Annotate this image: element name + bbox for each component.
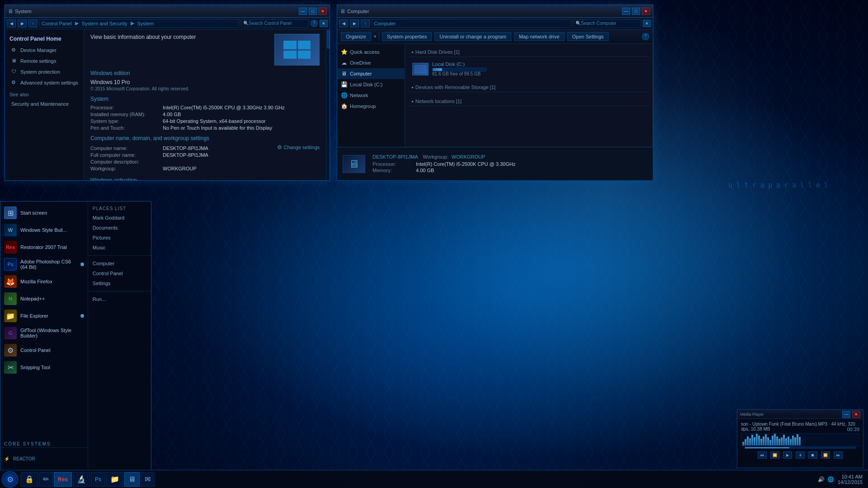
uninstall-program-button[interactable]: Uninstall or change a program: [434, 32, 511, 41]
minimize-button[interactable]: —: [299, 8, 307, 15]
comp-close-button[interactable]: ✕: [642, 8, 650, 15]
clock-date: 14/12/2015: [838, 479, 863, 485]
breadcrumb-control-panel[interactable]: Control Panel: [42, 21, 72, 26]
media-player-title: Media Player: [740, 412, 764, 417]
start-app-file-explorer[interactable]: 📁 File Explorer: [0, 307, 88, 324]
sidebar-item-advanced-settings[interactable]: ⚙ Advanced system settings: [5, 77, 84, 88]
media-bar: [788, 436, 789, 446]
network-memory-label: Memory:: [373, 168, 409, 173]
media-stop-button[interactable]: ⏹: [808, 451, 817, 459]
taskbar-item-pen[interactable]: ✏: [39, 472, 53, 487]
memory-label: Installed memory (RAM):: [90, 112, 163, 117]
local-disk-name[interactable]: Local Disk (C:): [432, 61, 646, 67]
start-app-firefox[interactable]: 🦊 Mozilla Firefox: [0, 273, 88, 290]
media-next-button[interactable]: ⏭: [834, 451, 843, 459]
computer-address-bar[interactable]: Computer: [372, 19, 571, 28]
volume-icon[interactable]: 🔊: [818, 476, 825, 483]
start-menu: ⊞ Start screen W Windows Style Buil... R…: [0, 201, 151, 470]
sidebar-item-remote-settings[interactable]: 🖥 Remote settings: [5, 56, 84, 66]
start-app-giftool[interactable]: G GifTool (Windows Style Builder): [0, 324, 88, 342]
start-app-photoshop[interactable]: Ps Adobe Photoshop CS6 (64 Bit): [0, 256, 88, 273]
system-properties-button[interactable]: System properties: [382, 32, 432, 41]
place-run[interactable]: Run...: [88, 294, 151, 304]
media-close-btn[interactable]: ✕: [852, 411, 860, 418]
comp-help-button[interactable]: ?: [642, 33, 649, 40]
sidebar-local-disk[interactable]: 💾 Local Disk (C:): [337, 79, 405, 90]
place-computer[interactable]: Computer: [88, 258, 151, 268]
place-music[interactable]: Music: [88, 243, 151, 253]
comp-forward-button[interactable]: ▶: [350, 19, 359, 28]
search-control-panel[interactable]: 🔍 Search Control Panel: [241, 19, 309, 28]
breadcrumb-computer[interactable]: Computer: [374, 21, 396, 26]
maximize-button[interactable]: □: [309, 8, 317, 15]
comp-nav-close[interactable]: ✕: [643, 20, 651, 27]
place-control-panel[interactable]: Control Panel: [88, 268, 151, 278]
taskbar-clock[interactable]: 10:41 AM 14/12/2015: [838, 474, 863, 485]
change-settings-link[interactable]: Change settings: [277, 144, 320, 150]
place-settings[interactable]: Settings: [88, 278, 151, 288]
up-button[interactable]: ↑: [28, 19, 38, 28]
search-computer[interactable]: 🔍 Search Computer: [573, 19, 641, 28]
media-bar: [745, 439, 746, 446]
media-rewind-button[interactable]: ⏪: [770, 451, 779, 459]
system-nav-close[interactable]: ✕: [320, 20, 328, 27]
start-app-windows-style[interactable]: W Windows Style Buil...: [0, 221, 88, 239]
media-play-button[interactable]: ▶: [783, 451, 792, 459]
sidebar-quick-access[interactable]: ⭐ Quick access: [337, 47, 405, 57]
breadcrumb-system-security[interactable]: System and Security: [82, 21, 127, 26]
comp-minimize-button[interactable]: —: [622, 8, 630, 15]
comp-maximize-button[interactable]: □: [632, 8, 640, 15]
comp-up-button[interactable]: ↑: [361, 19, 370, 28]
taskbar-item-microscope[interactable]: 🔬: [73, 472, 90, 487]
taskbar-item-photoshop[interactable]: Ps: [91, 472, 105, 487]
media-bar: [754, 437, 755, 446]
sidebar-homegroup[interactable]: 🏠 Homegroup: [337, 101, 405, 112]
start-app-snipping-tool[interactable]: ✂ Snipping Tool: [0, 359, 88, 376]
open-settings-button[interactable]: Open Settings: [567, 32, 609, 41]
close-button[interactable]: ✕: [319, 8, 327, 15]
start-app-notepad[interactable]: N Notepad++: [0, 290, 88, 307]
taskbar-item-restorator[interactable]: Res: [54, 472, 72, 487]
start-app-restorator[interactable]: Res Restorator 2007 Trial: [0, 239, 88, 256]
back-button[interactable]: ◀: [7, 19, 16, 28]
sidebar-onedrive[interactable]: ☁ OneDrive: [337, 57, 405, 68]
media-bar: [767, 437, 769, 446]
place-documents[interactable]: Documents: [88, 223, 151, 233]
taskbar-item-computer[interactable]: 🖥: [124, 472, 140, 487]
network-processor-row: Processor: Intel(R) Core(TM) i5-2500K CP…: [373, 161, 647, 167]
comp-back-button[interactable]: ◀: [339, 19, 348, 28]
local-disk-item[interactable]: Local Disk (C:) 81.6 GB free of 99.5 GB: [409, 60, 649, 78]
start-app-start-screen[interactable]: ⊞ Start screen: [0, 204, 88, 221]
breadcrumb-system[interactable]: System: [137, 21, 154, 26]
sidebar-item-device-manager[interactable]: ⚙ Device Manager: [5, 45, 84, 56]
media-pause-button[interactable]: ⏸: [796, 451, 805, 459]
sidebar-network[interactable]: 🌐 Network: [337, 90, 405, 101]
organize-button[interactable]: Organize: [341, 32, 371, 41]
start-button[interactable]: ⊙: [2, 471, 18, 488]
scroll-thumb[interactable]: [327, 30, 330, 48]
media-bar: [760, 439, 762, 446]
place-mark-goddard[interactable]: Mark Goddard: [88, 213, 151, 223]
system-type-label: System type:: [90, 118, 163, 124]
taskbar-item-lock[interactable]: 🔒: [21, 472, 38, 487]
network-info-details: DESKTOP-8PI1JMA Workgroup: WORKGROUP Pro…: [373, 154, 647, 174]
forward-button[interactable]: ▶: [18, 19, 27, 28]
sidebar-item-system-protection[interactable]: 🛡 System protection: [5, 66, 84, 77]
start-app-control-panel[interactable]: ⚙ Control Panel: [0, 342, 88, 359]
media-minimize-btn[interactable]: —: [842, 411, 850, 418]
removable-storage-section: Devices with Removable Storage [1]: [409, 83, 649, 92]
help-button[interactable]: ?: [311, 20, 318, 27]
network-tray-icon[interactable]: 🌐: [827, 476, 834, 483]
media-prev-button[interactable]: ⏮: [758, 451, 767, 459]
place-pictures[interactable]: Pictures: [88, 233, 151, 243]
media-forward-button[interactable]: ⏩: [821, 451, 830, 459]
system-title-icon: 🖥: [8, 8, 13, 14]
map-network-drive-button[interactable]: Map network drive: [514, 32, 565, 41]
sidebar-computer[interactable]: 🖥 Computer: [337, 68, 405, 79]
taskbar-item-mail[interactable]: ✉: [141, 472, 155, 487]
control-panel-home-link[interactable]: Control Panel Home: [5, 33, 84, 45]
system-address-bar[interactable]: Control Panel ▶ System and Security ▶ Sy…: [39, 19, 239, 28]
scroll-indicator[interactable]: [326, 29, 330, 180]
sidebar-item-security-maintenance[interactable]: Security and Maintenance: [5, 99, 84, 109]
taskbar-item-explorer[interactable]: 📁: [106, 472, 123, 487]
